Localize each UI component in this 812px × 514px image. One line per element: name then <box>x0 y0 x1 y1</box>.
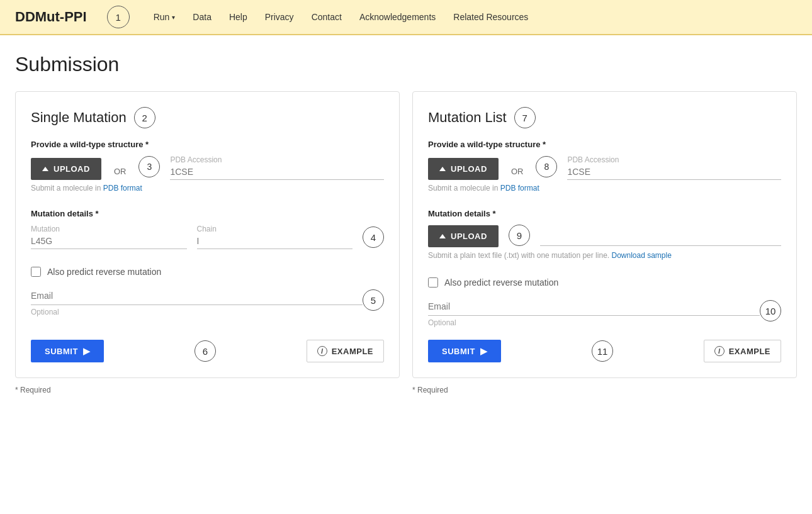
single-reverse-mutation-label: Also predict reverse mutation <box>47 267 161 277</box>
list-upload-arrow-icon <box>439 167 446 171</box>
single-required-note: * Required <box>15 386 51 394</box>
list-reverse-mutation-row: Also predict reverse mutation <box>428 277 781 288</box>
mutation-list-title: Mutation List <box>428 109 507 126</box>
nav-help[interactable]: Help <box>220 8 256 26</box>
single-info-icon: i <box>317 346 327 356</box>
single-pdb-label: PDB Accession <box>170 155 384 164</box>
list-mutation-details-section: Mutation details * UPLOAD 9 Submit a pla… <box>428 209 781 260</box>
list-mutation-upload-button[interactable]: UPLOAD <box>428 225 499 247</box>
single-submit-arrow-icon: ▶ <box>83 346 91 356</box>
list-email-input[interactable] <box>428 300 760 316</box>
step8-circle: 8 <box>536 156 557 177</box>
step3-circle: 3 <box>138 156 160 177</box>
single-example-button[interactable]: i EXAMPLE <box>307 340 384 362</box>
single-mutation-field-group: Mutation <box>31 225 187 249</box>
single-wildtype-label: Provide a wild-type structure * <box>31 140 384 149</box>
list-download-sample-link[interactable]: Download sample <box>611 251 671 260</box>
list-submit-button[interactable]: SUBMIT ▶ <box>428 340 501 362</box>
header: DDMut-PPI 1 Run ▾ Data Help Privacy Cont… <box>0 0 812 35</box>
list-upload-row: UPLOAD OR 8 PDB Accession <box>428 155 781 180</box>
single-email-section: 5 Optional <box>31 289 384 327</box>
single-email-wrap: Optional <box>31 289 363 316</box>
list-wildtype-section: Provide a wild-type structure * UPLOAD O… <box>428 140 781 203</box>
nav-related-resources[interactable]: Related Resources <box>444 8 537 26</box>
list-example-button[interactable]: i EXAMPLE <box>704 340 781 362</box>
single-mutation-fields-row: Mutation Chain 4 <box>31 225 384 249</box>
single-mutation-field-label: Mutation <box>31 225 187 233</box>
single-mutation-title: Single Mutation <box>31 109 127 126</box>
list-pdb-format-link[interactable]: PDB format <box>500 184 539 193</box>
list-wildtype-label: Provide a wild-type structure * <box>428 140 781 149</box>
upload-arrow-icon <box>42 167 48 171</box>
list-info-icon: i <box>714 346 725 356</box>
single-reverse-mutation-row: Also predict reverse mutation <box>31 267 384 277</box>
panels-row: Single Mutation 2 Provide a wild-type st… <box>15 91 797 378</box>
single-pdb-format-link[interactable]: PDB format <box>103 184 142 193</box>
list-pdb-label: PDB Accession <box>567 155 781 164</box>
main-nav: Run ▾ Data Help Privacy Contact Acknowle… <box>145 8 538 26</box>
list-pdb-input[interactable] <box>567 165 781 180</box>
list-email-wrap: Optional <box>428 300 760 327</box>
list-pdb-hint: Submit a molecule in PDB format <box>428 184 781 193</box>
single-upload-row: UPLOAD OR 3 PDB Accession <box>31 155 384 180</box>
page-title: Submission <box>15 53 797 76</box>
single-email-optional: Optional <box>31 308 363 316</box>
single-submit-button[interactable]: SUBMIT ▶ <box>31 340 104 362</box>
step1-circle: 1 <box>107 6 130 28</box>
step7-circle: 7 <box>514 107 536 128</box>
list-email-section: 10 Optional <box>428 300 781 327</box>
single-chain-input[interactable] <box>197 235 353 249</box>
step2-circle: 2 <box>134 107 155 128</box>
single-or-label: OR <box>111 167 129 180</box>
list-mutation-upload-arrow-icon <box>439 234 446 238</box>
list-reverse-mutation-label: Also predict reverse mutation <box>444 277 558 288</box>
list-mutation-upload-hint: Submit a plain text file (.txt) with one… <box>428 251 781 260</box>
step11-circle: 11 <box>592 340 613 362</box>
single-pdb-input[interactable] <box>170 165 384 180</box>
single-pdb-hint: Submit a molecule in PDB format <box>31 184 384 193</box>
list-email-optional: Optional <box>428 318 760 327</box>
mutation-list-panel: Mutation List 7 Provide a wild-type stru… <box>412 91 797 378</box>
dropdown-arrow-icon: ▾ <box>172 14 175 21</box>
logo: DDMut-PPI <box>15 9 87 25</box>
step5-circle: 5 <box>363 289 384 311</box>
single-mutation-details-label: Mutation details * <box>31 209 384 218</box>
list-upload-button[interactable]: UPLOAD <box>428 158 499 180</box>
step9-circle: 9 <box>509 225 530 246</box>
single-email-input[interactable] <box>31 289 363 305</box>
single-mutation-panel: Single Mutation 2 Provide a wild-type st… <box>15 91 400 378</box>
list-pdb-group: PDB Accession <box>567 155 781 180</box>
list-mutation-upload-row: UPLOAD 9 <box>428 225 781 247</box>
single-mutation-details-section: Mutation details * Mutation Chain 4 <box>31 209 384 249</box>
list-action-row: SUBMIT ▶ 11 i EXAMPLE <box>428 340 781 362</box>
nav-contact[interactable]: Contact <box>303 8 351 26</box>
list-or-label: OR <box>509 167 526 180</box>
nav-privacy[interactable]: Privacy <box>256 8 303 26</box>
nav-acknowledgements[interactable]: Acknowledgements <box>351 8 444 26</box>
single-reverse-mutation-checkbox[interactable] <box>31 267 41 277</box>
list-reverse-mutation-checkbox[interactable] <box>428 277 438 288</box>
list-mutation-details-label: Mutation details * <box>428 209 781 218</box>
single-action-row: SUBMIT ▶ 6 i EXAMPLE <box>31 340 384 362</box>
step6-circle: 6 <box>195 340 216 362</box>
page-content: Submission Single Mutation 2 Provide a w… <box>0 35 812 407</box>
mutation-list-header: Mutation List 7 <box>428 107 781 128</box>
single-upload-button[interactable]: UPLOAD <box>31 158 101 180</box>
step10-circle: 10 <box>760 300 781 321</box>
step4-circle: 4 <box>363 226 384 248</box>
single-chain-field-label: Chain <box>197 225 353 233</box>
list-submit-arrow-icon: ▶ <box>480 346 488 356</box>
nav-run[interactable]: Run ▾ <box>145 8 184 26</box>
single-wildtype-section: Provide a wild-type structure * UPLOAD O… <box>31 140 384 203</box>
single-pdb-group: PDB Accession <box>170 155 384 180</box>
single-mutation-header: Single Mutation 2 <box>31 107 384 128</box>
single-chain-field-group: Chain <box>197 225 353 249</box>
nav-data[interactable]: Data <box>184 8 220 26</box>
list-required-note: * Required <box>412 386 448 394</box>
single-mutation-input[interactable] <box>31 235 187 249</box>
